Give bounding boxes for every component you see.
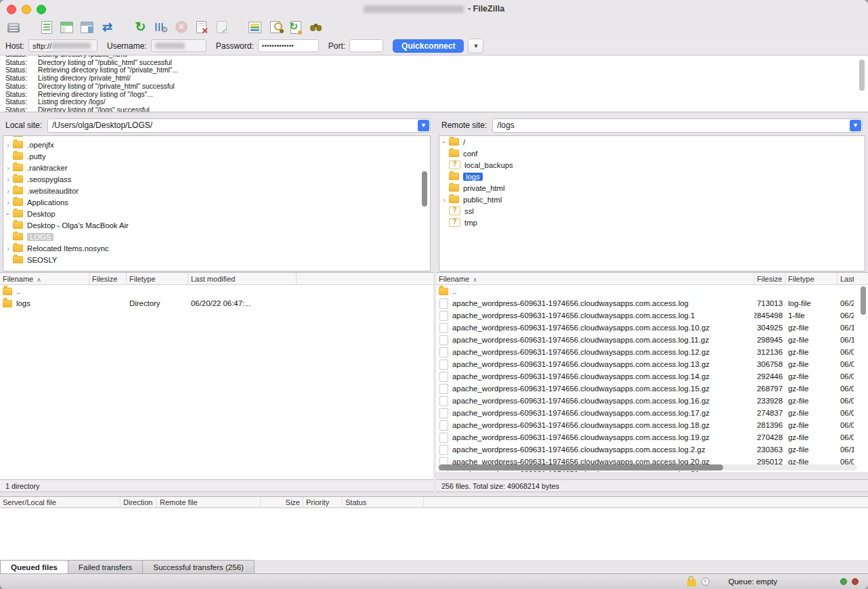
search-files-button[interactable] bbox=[307, 19, 325, 35]
tree-item[interactable]: LOGS bbox=[3, 231, 430, 242]
expander-icon[interactable] bbox=[439, 137, 449, 147]
site-manager-button[interactable] bbox=[4, 19, 22, 35]
tree-item[interactable]: SEOSLY bbox=[3, 254, 430, 265]
tree-item[interactable]: logs bbox=[439, 171, 865, 182]
apache_wordpress-609631-1974656.cloudwaysapps.com.access.log.10.gz[interactable]: apache_wordpress-609631-1974656.cloudway… bbox=[436, 322, 868, 334]
tree-item[interactable]: .ranktracker bbox=[3, 162, 430, 173]
logs[interactable]: logs Directory 06/20/22 06:47:... bbox=[0, 297, 433, 309]
remote-col-filename[interactable]: Filename bbox=[436, 273, 754, 284]
apache_wordpress-609631-1974656.cloudwaysapps.com.access.log.14.gz[interactable]: apache_wordpress-609631-1974656.cloudway… bbox=[436, 370, 868, 383]
expander-icon[interactable] bbox=[3, 163, 13, 173]
apache_wordpress-609631-1974656.cloudwaysapps.com.access.log.19.gz[interactable]: apache_wordpress-609631-1974656.cloudway… bbox=[436, 431, 868, 443]
apache_wordpress-609631-1974656.cloudwaysapps.com.access.log.12.gz[interactable]: apache_wordpress-609631-1974656.cloudway… bbox=[436, 346, 868, 358]
expander-icon[interactable] bbox=[439, 195, 449, 204]
tree-item[interactable]: / bbox=[439, 136, 865, 148]
local-col-lastmodified[interactable]: Last modified bbox=[188, 273, 297, 284]
queue-col-direction[interactable]: Direction bbox=[121, 497, 157, 507]
remote-site-dropdown-icon[interactable]: ▼ bbox=[850, 120, 861, 131]
toggle-remote-tree-button[interactable] bbox=[78, 19, 96, 35]
expander-icon[interactable] bbox=[3, 198, 13, 207]
tree-item[interactable]: Desktop - Olga's MacBook Air bbox=[3, 219, 430, 231]
username-input[interactable] bbox=[151, 39, 207, 52]
toggle-log-view-button[interactable] bbox=[37, 19, 56, 35]
local-tree-scrollbar-thumb[interactable] bbox=[422, 171, 427, 206]
quickconnect-dropdown-button[interactable]: ▼ bbox=[468, 39, 483, 53]
tree-item[interactable]: public_html bbox=[439, 194, 865, 205]
tree-item[interactable]: private_html bbox=[439, 182, 865, 194]
secure-connection-lock-icon[interactable] bbox=[687, 580, 696, 586]
queue-col-priority[interactable]: Priority bbox=[303, 497, 343, 507]
remote-col-filesize[interactable]: Filesize bbox=[754, 273, 785, 284]
find-files-button[interactable] bbox=[266, 19, 284, 35]
tree-item[interactable]: .putty bbox=[3, 150, 430, 162]
apache_wordpress-609631-1974656.cloudwaysapps.com.access.log.11.gz[interactable]: apache_wordpress-609631-1974656.cloudway… bbox=[436, 334, 868, 346]
remote-site-combo[interactable]: /logs ▼ bbox=[492, 118, 863, 133]
minimize-window-button[interactable] bbox=[22, 5, 31, 14]
quickconnect-button[interactable]: Quickconnect bbox=[393, 39, 464, 53]
remote-list-hscrollbar[interactable] bbox=[437, 464, 857, 471]
remote-col-lastmodified[interactable]: Last modified bbox=[838, 273, 854, 284]
remote-col-filetype[interactable]: Filetype bbox=[785, 273, 838, 284]
..[interactable]: .. bbox=[0, 285, 433, 297]
..[interactable]: .. bbox=[436, 285, 868, 297]
folder-icon bbox=[449, 196, 459, 203]
filter-button[interactable] bbox=[152, 19, 170, 35]
tab-queued-files[interactable]: Queued files bbox=[0, 560, 68, 573]
tree-item[interactable]: ssl bbox=[439, 205, 865, 217]
toggle-local-tree-button[interactable] bbox=[58, 19, 76, 35]
close-window-button[interactable] bbox=[7, 5, 16, 14]
remote-list-vscrollbar-thumb[interactable] bbox=[861, 286, 866, 315]
disconnect-button[interactable] bbox=[192, 19, 211, 35]
local-col-filesize[interactable]: Filesize bbox=[89, 273, 127, 284]
expander-icon[interactable] bbox=[3, 244, 13, 253]
queue-col-size[interactable]: Size bbox=[261, 497, 303, 507]
log-scrollbar-thumb[interactable] bbox=[859, 60, 865, 91]
toolbar-icon bbox=[196, 21, 207, 33]
remote-list-hscrollbar-thumb[interactable] bbox=[439, 464, 723, 471]
queue-col-remotefile[interactable]: Remote file bbox=[157, 497, 261, 507]
password-input[interactable]: ••••••••••••• bbox=[258, 39, 319, 52]
apache_wordpress-609631-1974656.cloudwaysapps.com.access.log.16.gz[interactable]: apache_wordpress-609631-1974656.cloudway… bbox=[436, 395, 868, 407]
apache_wordpress-609631-1974656.cloudwaysapps.com.access.log.18.gz[interactable]: apache_wordpress-609631-1974656.cloudway… bbox=[436, 419, 868, 431]
tree-item[interactable]: Relocated Items.nosync bbox=[3, 242, 430, 254]
reconnect-button[interactable] bbox=[213, 19, 231, 35]
local-site-combo[interactable]: /Users/olga/Desktop/LOGS/ ▼ bbox=[47, 118, 431, 133]
tree-item[interactable]: local_backups bbox=[439, 159, 865, 171]
tree-item[interactable]: Applications bbox=[3, 196, 430, 208]
apache_wordpress-609631-1974656.cloudwaysapps.com.access.log.17.gz[interactable]: apache_wordpress-609631-1974656.cloudway… bbox=[436, 407, 868, 419]
tree-item[interactable]: Desktop bbox=[3, 208, 430, 219]
toggle-transfer-queue-button[interactable] bbox=[98, 19, 116, 35]
tab-successful-transfers[interactable]: Successful transfers (256) bbox=[142, 560, 255, 573]
refresh-button[interactable] bbox=[131, 19, 150, 35]
tree-item[interactable]: .websiteauditor bbox=[3, 185, 430, 196]
local-col-filetype[interactable]: Filetype bbox=[127, 273, 188, 284]
apache_wordpress-609631-1974656.cloudwaysapps.com.access.log[interactable]: apache_wordpress-609631-1974656.cloudway… bbox=[436, 297, 868, 309]
apache_wordpress-609631-1974656.cloudwaysapps.com.access.log.2.gz[interactable]: apache_wordpress-609631-1974656.cloudway… bbox=[436, 443, 868, 456]
speed-limit-icon[interactable] bbox=[701, 577, 710, 586]
apache_wordpress-609631-1974656.cloudwaysapps.com.access.log.15.gz[interactable]: apache_wordpress-609631-1974656.cloudway… bbox=[436, 383, 868, 395]
synchronized-browsing-button[interactable] bbox=[286, 19, 305, 35]
queue-col-serverlocal[interactable]: Server/Local file bbox=[0, 497, 121, 507]
folder-icon bbox=[449, 173, 459, 180]
expander-icon[interactable] bbox=[3, 186, 13, 196]
zoom-window-button[interactable] bbox=[37, 5, 46, 14]
host-input[interactable]: sftp:// bbox=[28, 39, 97, 52]
cancel-button[interactable] bbox=[172, 19, 190, 35]
toolbar-icon bbox=[270, 21, 280, 33]
queue-col-status[interactable]: Status bbox=[343, 497, 424, 507]
apache_wordpress-609631-1974656.cloudwaysapps.com.access.log.13.gz[interactable]: apache_wordpress-609631-1974656.cloudway… bbox=[436, 358, 868, 370]
local-site-dropdown-icon[interactable]: ▼ bbox=[418, 120, 429, 131]
folder-icon bbox=[13, 152, 23, 160]
expander-icon[interactable] bbox=[3, 175, 13, 184]
expander-icon[interactable] bbox=[3, 209, 13, 219]
tree-item[interactable]: conf bbox=[439, 148, 865, 159]
apache_wordpress-609631-1974656.cloudwaysapps.com.access.log.1[interactable]: apache_wordpress-609631-1974656.cloudway… bbox=[436, 309, 868, 322]
port-input[interactable] bbox=[349, 39, 383, 52]
tree-item[interactable]: .seospyglass bbox=[3, 173, 430, 185]
local-col-filename[interactable]: Filename bbox=[0, 273, 89, 284]
tab-failed-transfers[interactable]: Failed transfers bbox=[68, 560, 143, 573]
directory-comparison-button[interactable] bbox=[246, 19, 264, 35]
tree-item[interactable]: .openjfx bbox=[3, 139, 430, 150]
expander-icon[interactable] bbox=[3, 140, 13, 150]
tree-item[interactable]: tmp bbox=[439, 217, 865, 228]
